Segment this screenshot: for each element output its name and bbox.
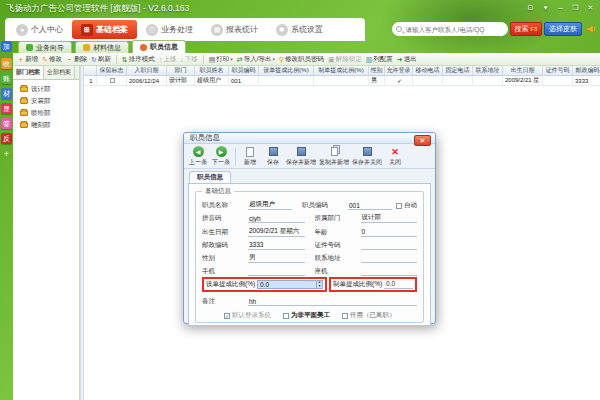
mobile-field[interactable]	[248, 268, 305, 277]
col-header[interactable]: 证件号码	[543, 66, 573, 75]
addr-field[interactable]	[361, 254, 418, 263]
menu-personal-center[interactable]: ● 个人中心	[7, 20, 72, 39]
print-button[interactable]: ▤打印▾	[209, 55, 233, 64]
pinyin-field[interactable]: cjyh	[248, 215, 305, 224]
rate1-spinner[interactable]: 0.0 ▲▼	[257, 280, 323, 289]
login-allowed-checkbox[interactable]: ✓	[385, 76, 413, 85]
exit-button[interactable]: ➜退出	[397, 55, 417, 64]
gender-field[interactable]: 男	[248, 253, 305, 263]
prev-record-button[interactable]: ◀上一条	[188, 146, 208, 167]
col-header[interactable]: 出生日期	[503, 66, 543, 75]
rate2-field[interactable]: 0.0	[384, 280, 413, 289]
dropdown-icon[interactable]: ▾	[540, 3, 551, 13]
col-header[interactable]: 性别	[369, 66, 385, 75]
search-button[interactable]: 搜索 F3	[510, 22, 542, 36]
horn-icon[interactable]	[584, 23, 596, 35]
skin-icon[interactable]: ⊡	[525, 3, 536, 13]
edit-button[interactable]: ✎修改	[42, 55, 62, 64]
menu-business[interactable]: ◫ 业务处理	[137, 20, 202, 39]
dialog-tab-employee[interactable]: 职员信息	[189, 171, 231, 183]
col-header[interactable]: 允许登录	[385, 66, 413, 75]
quick-button-4[interactable]: 显	[1, 103, 12, 114]
checkbox-icon	[283, 313, 289, 319]
col-header[interactable]: 固定电话	[443, 66, 473, 75]
col-header[interactable]: 职员姓名	[195, 66, 229, 75]
col-header[interactable]: 保留标志	[97, 66, 127, 75]
quick-button-add[interactable]: +	[1, 148, 12, 159]
quick-button-2[interactable]: 账	[1, 73, 12, 84]
birth-field[interactable]: 2009/2/21 星期六	[248, 227, 305, 237]
keep-flag-checkbox[interactable]	[110, 78, 115, 83]
tab-material-info[interactable]: 材料信息	[75, 41, 129, 53]
col-header[interactable]: 设单提成比例(%)	[259, 66, 314, 75]
tab-business-wizard[interactable]: 业务向导	[18, 41, 72, 53]
dialog-title-bar[interactable]: 职员信息	[184, 133, 435, 144]
tree-item-design[interactable]: 设计部	[13, 83, 79, 95]
menu-settings[interactable]: ✱ 系统设置	[267, 20, 332, 39]
zip-field[interactable]: 3333	[248, 241, 305, 250]
spinner-arrows-icon[interactable]: ▲▼	[316, 281, 322, 288]
non-designer-checkbox[interactable]: 为非平面美工	[283, 311, 330, 320]
col-header[interactable]: 联系地址	[473, 66, 503, 75]
id-field[interactable]	[361, 241, 418, 250]
search-input[interactable]	[404, 25, 504, 34]
name-field[interactable]: 超级用户	[248, 200, 292, 210]
checkbox-icon	[396, 203, 402, 209]
auto-checkbox[interactable]: 自动	[396, 201, 417, 210]
tree-item-engrave[interactable]: 雕刻部	[13, 119, 79, 131]
code-field[interactable]: 001	[348, 202, 392, 211]
default-login-checkbox[interactable]: ✓默认登录系统	[224, 311, 271, 320]
close-button[interactable]: ✕	[585, 3, 596, 13]
unlock-button[interactable]: ▣解除锁定	[328, 55, 362, 64]
save-button[interactable]: 保存	[263, 146, 283, 167]
col-header[interactable]: 部门	[167, 66, 195, 75]
save-and-new-button[interactable]: 保存并新增	[286, 146, 316, 167]
tree-item-print[interactable]: 喷绘部	[13, 107, 79, 119]
save-and-close-button[interactable]: 保存并关闭	[352, 146, 382, 167]
quick-button-6[interactable]: 反	[1, 133, 12, 144]
menu-reports[interactable]: ▦ 报表统计	[202, 20, 267, 39]
col-header[interactable]: 邮政编码	[573, 66, 600, 75]
col-header[interactable]: 入职日期	[127, 66, 167, 75]
copy-and-new-button[interactable]: 复制并新增	[319, 146, 349, 167]
new-record-button[interactable]: 新增	[240, 146, 260, 167]
column-config-button[interactable]: ▥列配置	[366, 55, 393, 64]
folder-icon	[20, 86, 28, 92]
dept-field[interactable]: 设计部	[361, 213, 418, 223]
maximize-button[interactable]: ❐	[570, 3, 581, 13]
col-header[interactable]: 制单提成比例(%)	[314, 66, 369, 75]
disabled-employee-checkbox[interactable]: 停用（已离职）	[342, 311, 396, 320]
move-up-button[interactable]: ↑上移	[159, 55, 177, 64]
tree-tab-all[interactable]: 全部档案	[44, 66, 75, 79]
phone-field[interactable]	[361, 268, 418, 277]
sort-mode-button[interactable]: ⇅排序模式	[122, 55, 155, 64]
quick-button-1[interactable]: 收	[1, 58, 12, 69]
add-button[interactable]: ＋新增	[17, 55, 38, 64]
quick-button-3[interactable]: 材	[1, 88, 12, 99]
separator	[203, 55, 204, 64]
note-field[interactable]: hh	[248, 298, 417, 307]
minimize-button[interactable]: ─	[555, 3, 566, 13]
quick-button-5[interactable]: 签	[1, 118, 12, 129]
next-record-button[interactable]: ▶下一条	[211, 146, 231, 167]
close-dialog-button[interactable]: ✕关闭	[385, 146, 405, 167]
add-tab-button[interactable]: 加	[1, 41, 12, 52]
table-row[interactable]: 1 2006/12/24 设计部 超级用户 001 男 ✓ 2009/2/21 …	[84, 76, 600, 86]
tab-employee-info[interactable]: 职员信息	[132, 40, 186, 53]
cell	[314, 76, 369, 85]
choose-skin-button[interactable]: 选择皮肤	[544, 22, 582, 36]
refresh-button[interactable]: ↻刷新	[91, 55, 111, 64]
col-header[interactable]: 职员编码	[229, 66, 259, 75]
col-header[interactable]: 移动电话	[413, 66, 443, 75]
change-password-button[interactable]: ⚲修改职员密码	[279, 55, 324, 64]
tree-item-install[interactable]: 安装部	[13, 95, 79, 107]
tree-tab-departments[interactable]: 部门档案	[13, 66, 44, 79]
import-export-button[interactable]: ⇄导入/导出▾	[237, 55, 275, 64]
dialog-close-button[interactable]: ✕	[414, 135, 431, 146]
move-down-button[interactable]: ↓下移	[180, 55, 198, 64]
delete-button[interactable]: －删除	[66, 55, 87, 64]
search-box[interactable]	[392, 22, 508, 36]
menu-base-archives[interactable]: ⊞ 基础档案	[72, 20, 137, 39]
age-field[interactable]: 0	[361, 228, 418, 237]
cell: 3333	[573, 76, 600, 85]
